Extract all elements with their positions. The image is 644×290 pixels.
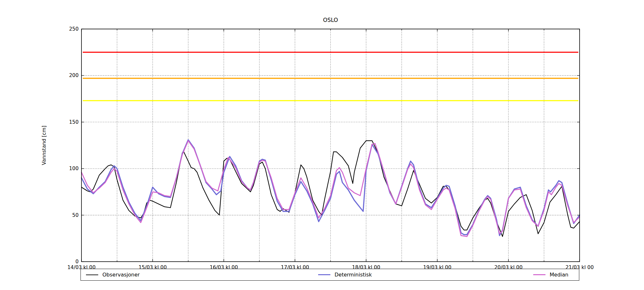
legend-label-deterministisk: Deterministisk [335, 272, 372, 278]
water-level-chart-figure: OSLO Vannstand [cm] 14/03 kl 0015/03 kl … [0, 0, 644, 290]
legend: Observasjoner Deterministisk Median [80, 269, 579, 281]
y-tick-label: 50 [72, 212, 79, 218]
y-tick-label: 0 [75, 259, 79, 265]
median-line-sample-icon [533, 274, 545, 275]
observasjoner-line-sample-icon [86, 275, 98, 275]
y-tick-label: 100 [69, 166, 79, 171]
deterministisk-line-sample-icon [318, 274, 330, 275]
legend-entry-deterministisk: Deterministisk [318, 269, 372, 280]
y-tick-label: 250 [69, 26, 79, 32]
deterministisk-line [81, 140, 580, 236]
chart-plot-area: 14/03 kl 0015/03 kl 0016/03 kl 0017/03 k… [0, 0, 644, 290]
y-tick-label: 150 [69, 119, 79, 125]
legend-label-median: Median [550, 272, 568, 278]
y-tick-label: 200 [69, 72, 79, 78]
legend-label-observasjoner: Observasjoner [102, 272, 140, 278]
legend-entry-median: Median [533, 269, 568, 280]
legend-entry-observasjoner: Observasjoner [86, 269, 140, 280]
